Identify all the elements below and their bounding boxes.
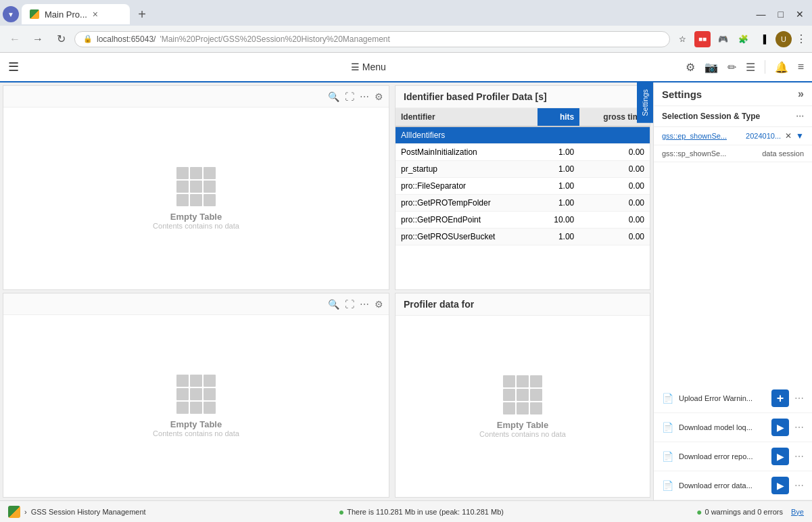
profiler-table[interactable]: Identifier hits gross time AllIdentifier… [396,108,650,289]
action-more-button[interactable]: ⋯ [794,480,804,491]
avatar[interactable]: U [775,31,792,47]
new-tab-button[interactable]: + [133,5,151,24]
profiler-cell-identifier: PostMainInitialization [396,144,538,161]
profiler-lower-empty-title: Empty Table [497,420,548,430]
session1-dropdown-button[interactable]: ▼ [796,131,804,141]
sidebar-toggle-button[interactable]: ▐ [755,31,771,47]
profiler-cell-gross-time: 0.00 [579,178,650,195]
camera-icon[interactable]: 📷 [704,61,718,74]
profiler-cell-hits: 10.00 [538,212,579,229]
bottom-left-empty-subtitle: Contents contains no data [153,429,239,437]
profiler-row[interactable]: pro::GetPROTempFolder 1.00 0.00 [396,195,650,212]
list-icon[interactable]: ☰ [746,61,755,74]
action-more-button[interactable]: ⋯ [794,393,804,404]
tab-close-button[interactable]: × [93,9,98,20]
address-path: 'Main%20Project/GSS%20Session%20History%… [160,34,389,44]
expand-icon[interactable]: ⛶ [345,91,354,102]
top-left-panel: 🔍 ⛶ ⋯ ⚙ Empty Table Contents contains no… [3,85,389,290]
maximize-button[interactable]: □ [773,7,789,21]
top-left-panel-toolbar: 🔍 ⛶ ⋯ ⚙ [3,86,389,108]
action-play-button[interactable]: ▶ [771,419,789,436]
action-add-button[interactable]: + [771,389,789,407]
settings-section-menu-button[interactable]: ⋯ [796,112,804,121]
main-area: 🔍 ⛶ ⋯ ⚙ Empty Table Contents contains no… [0,82,812,500]
settings-section-header: Selection Session & Type ⋯ [654,106,812,127]
gear-icon[interactable]: ⚙ [375,91,383,102]
forward-button[interactable]: → [28,30,47,49]
action-row: 📄 Download model loq... ▶ ⋯ [654,413,812,442]
back-button[interactable]: ← [5,30,24,49]
search2-icon[interactable]: 🔍 [328,299,339,310]
session1-close-button[interactable]: ✕ [785,131,792,141]
top-left-empty: Empty Table Contents contains no data [3,108,389,289]
session1-value[interactable]: 2024010... [746,132,781,140]
action-doc-icon: 📄 [662,480,673,491]
profiler-cell-hits: 1.00 [538,144,579,161]
gear2-icon[interactable]: ⚙ [375,299,383,310]
profiler-cell-identifier: pro::GetPROEndPoint [396,212,538,229]
profiler-cell-gross-time: 0.00 [579,161,650,178]
profiler-cell-hits [538,126,579,144]
browser-tab[interactable]: Main Pro... × [22,4,130,24]
action-more-button[interactable]: ⋯ [794,451,804,462]
session2-value: data session [762,149,804,158]
action-play-button[interactable]: ▶ [771,448,789,465]
profiler-cell-hits: 1.00 [538,161,579,178]
more-icon[interactable]: ⋯ [360,91,369,102]
settings-title: Settings [662,89,702,100]
profiler-cell-identifier: pro::GetPROSUserBucket [396,229,538,245]
profiler-cell-hits: 1.00 [538,195,579,212]
more2-icon[interactable]: ⋯ [360,299,369,310]
action-doc-icon: 📄 [662,451,673,462]
settings-gear-icon[interactable]: ⚙ [686,61,695,74]
search-input[interactable] [24,62,51,72]
ext-icon-1[interactable]: ■■ [694,31,711,47]
minimize-button[interactable]: — [751,7,771,21]
settings-expand-button[interactable]: » [798,88,804,100]
session1-label[interactable]: gss::ep_shownSe... [662,132,743,140]
profiler-row[interactable]: PostMainInitialization 1.00 0.00 [396,144,650,161]
address-bar-row: ← → ↻ 🔒 localhost:65043/ 'Main%20Project… [0,26,812,53]
action-label: Download model loq... [679,423,766,431]
action-row: 📄 Upload Error Warnin... + ⋯ [654,384,812,413]
profiler-row[interactable]: pro::GetPROEndPoint 10.00 0.00 [396,212,650,229]
profiler-row[interactable]: pro::GetPROSUserBucket 1.00 0.00 [396,229,650,245]
profiler-cell-gross-time: 0.00 [579,212,650,229]
profiler-cell-gross-time: 0.00 [579,195,650,212]
status-right: ● 0 warnings and 0 errors Bye [696,506,804,517]
profiler-row[interactable]: pro::FileSeparator 1.00 0.00 [396,178,650,195]
filter-icon[interactable]: ≡ [798,61,804,73]
action-play-button[interactable]: ▶ [771,477,789,494]
status-center: ● There is 110.281 Mb in use (peak: 110.… [157,506,686,517]
profiler-row[interactable]: pr_startup 1.00 0.00 [396,161,650,178]
session2-label: gss::sp_shownSe... [662,149,759,158]
profiler-cell-hits: 1.00 [538,178,579,195]
col-hits: hits [538,108,579,126]
search-icon[interactable]: 🔍 [328,91,339,102]
close-window-button[interactable]: ✕ [790,7,809,21]
reload-button[interactable]: ↻ [51,30,70,49]
memory-status-icon: ● [339,506,344,517]
status-arrow: › [24,508,27,516]
profiler-row[interactable]: AllIdentifiers [396,126,650,144]
tab-title: Main Pro... [45,9,87,20]
address-bar[interactable]: 🔒 localhost:65043/ 'Main%20Project/GSS%2… [74,31,670,47]
bottom-left-panel-toolbar: 🔍 ⛶ ⋯ ⚙ [3,293,389,315]
profiler-cell-gross-time: 0.00 [579,229,650,245]
profiler-panel: Identifier based Profiler Data [s] Ident… [395,85,650,290]
browser-menu-button[interactable]: ⋮ [796,32,807,45]
ext-icon-2[interactable]: 🎮 [715,31,731,47]
expand2-icon[interactable]: ⛶ [345,299,354,310]
app-toolbar: ☰ ☰ Menu ⚙ 📷 ✏ ☰ 🔔 ≡ [0,53,812,82]
top-left-empty-title: Empty Table [170,212,222,222]
browser-top-bar: ▼ Main Pro... × + — □ ✕ [0,0,812,26]
ext-icon-3[interactable]: 🧩 [735,31,751,47]
pencil-icon[interactable]: ✏ [727,61,736,74]
profile-icon[interactable]: ▼ [3,6,19,22]
action-more-button[interactable]: ⋯ [794,422,804,433]
bell-icon[interactable]: 🔔 [775,61,788,74]
hamburger-button[interactable]: ☰ [8,60,19,74]
profiler-header: Identifier based Profiler Data [s] [396,86,650,108]
bookmark-button[interactable]: ☆ [674,31,690,47]
bye-link[interactable]: Bye [791,508,804,516]
